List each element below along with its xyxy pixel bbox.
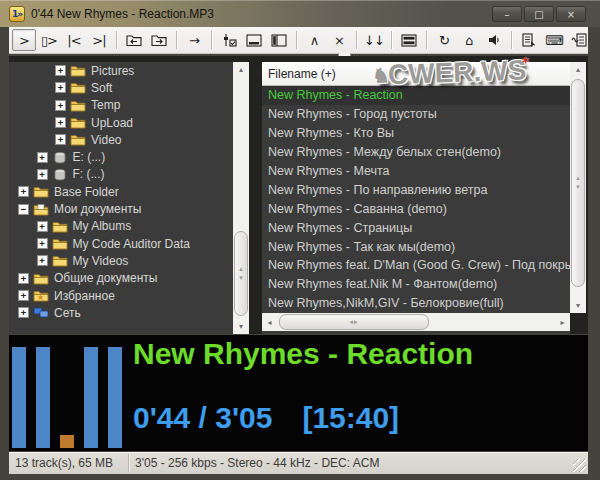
tree-scroll-up-button[interactable]: ▴ (233, 62, 249, 77)
toggle-tree-panel-button[interactable] (267, 29, 291, 51)
docs-icon (33, 203, 49, 216)
now-playing-title: New Rhymes - Reaction (133, 337, 473, 371)
tree-expander[interactable]: + (37, 152, 48, 163)
list-hscrollbar-thumb[interactable]: ◂▸ (279, 314, 429, 330)
tree-expander[interactable]: + (18, 307, 29, 318)
watermark-badge-icon: * (522, 54, 530, 70)
list-row[interactable]: New Rhymes - Саванна (demo) (262, 199, 570, 218)
tree-vertical-scrollbar[interactable]: ▴ ▴▾ ▾ (233, 62, 249, 334)
next-track-button[interactable]: >| (87, 29, 111, 51)
toggle-info-panel-button[interactable] (242, 29, 266, 51)
tree-item[interactable]: +Pictures (9, 62, 233, 79)
tree-expander[interactable]: + (37, 255, 48, 266)
list-row[interactable]: New Rhymes feat.Nik M - Фантом(demo) (262, 275, 570, 294)
tree-item[interactable]: +Temp (9, 97, 233, 114)
folder-back-button[interactable] (122, 29, 146, 51)
tree-expander[interactable]: + (18, 186, 29, 197)
tree-scrollbar-thumb[interactable]: ▴▾ (234, 231, 248, 316)
list-row[interactable]: New Rhymes - Так как мы(demo) (262, 237, 570, 256)
resize-grip[interactable] (573, 459, 586, 472)
tree-expander[interactable]: + (55, 82, 66, 93)
list-horizontal-scrollbar[interactable]: ◂ ◂▸ ▸ (262, 313, 570, 331)
folder-back-icon (126, 33, 142, 47)
tree-item[interactable]: +E: (...) (9, 148, 233, 165)
tree-item-label: Temp (91, 98, 120, 112)
continue-mode-button[interactable]: → (182, 29, 206, 51)
folder-tree: +Pictures+Soft+Temp+UpLoad+Video+E: (...… (9, 62, 233, 334)
sort-list-button[interactable]: ↓↓ (362, 29, 386, 51)
tree-item[interactable]: −Мои документы (9, 200, 233, 217)
tree-expander[interactable]: + (55, 100, 66, 111)
track-position: 0'44 / 3'05 (133, 401, 272, 434)
tree-expander[interactable]: + (37, 238, 48, 249)
folder-forward-button[interactable] (147, 29, 171, 51)
list-row[interactable]: New Rhymes - По направлению ветра (262, 180, 570, 199)
list-row[interactable]: New Rhymes - Страницы (262, 218, 570, 237)
tree-item[interactable]: +UpLoad (9, 114, 233, 131)
list-row[interactable]: New Rhymes feat. D'Man (Good G. Crew) - … (262, 256, 570, 275)
toolbar-separator (356, 31, 357, 49)
tree-expander[interactable]: − (18, 204, 29, 215)
titlebar[interactable]: 1» 0'44 New Rhymes - Reaction.MP3 – □ × (0, 0, 600, 27)
maximize-button[interactable]: □ (524, 6, 554, 22)
list-row[interactable]: New Rhymes - Между белых стен(demo) (262, 143, 570, 162)
file-info-button[interactable] (567, 29, 588, 51)
scroll-left-button[interactable]: ◂ (262, 313, 277, 331)
tree-item-label: My Videos (73, 254, 129, 268)
folder-icon (70, 64, 86, 77)
split-view-button[interactable] (397, 29, 421, 51)
tree-item[interactable]: +Сеть (9, 304, 233, 321)
folder-icon (70, 99, 86, 112)
close-file-button[interactable]: × (327, 29, 351, 51)
scroll-right-button[interactable]: ▸ (555, 313, 570, 331)
minimize-button[interactable]: – (492, 6, 522, 22)
options-button[interactable] (217, 29, 241, 51)
drive-icon (52, 168, 68, 181)
intro-play-button[interactable]: ▯> (37, 29, 61, 51)
tree-item-label: Мои документы (54, 202, 141, 216)
tree-item[interactable]: +Video (9, 131, 233, 148)
tree-item-label: Base Folder (54, 185, 119, 199)
list-scroll-up-button[interactable]: ▴ (570, 62, 586, 77)
tree-item[interactable]: +Soft (9, 79, 233, 96)
list-row[interactable]: New Rhymes,NikM,GIV - Белокровие(full) (262, 294, 570, 313)
tree-expander[interactable]: + (18, 290, 29, 301)
previous-track-button[interactable]: |< (62, 29, 86, 51)
audio-output-button[interactable] (482, 29, 506, 51)
tree-item[interactable]: +Общие документы (9, 270, 233, 287)
directory-up-button[interactable]: ∧ (302, 29, 326, 51)
playlist-button[interactable] (517, 29, 541, 51)
tree-expander[interactable]: + (37, 221, 48, 232)
tree-scroll-down-button[interactable]: ▾ (233, 319, 249, 334)
viz-bar (84, 347, 98, 448)
list-row[interactable]: New Rhymes - Кто Вы (262, 124, 570, 143)
tree-item[interactable]: +My Code Auditor Data (9, 235, 233, 252)
list-row[interactable]: New Rhymes - Мечта (262, 162, 570, 181)
close-button[interactable]: × (556, 6, 586, 22)
home-directory-button[interactable]: ⌂ (457, 29, 481, 51)
tree-item[interactable]: +★Избранное (9, 287, 233, 304)
sort-list-icon: ↓↓ (364, 33, 384, 48)
play-button[interactable]: > (12, 29, 36, 51)
tree-expander[interactable]: + (55, 134, 66, 145)
tree-expander[interactable]: + (55, 65, 66, 76)
hotkeys-button[interactable]: ⌨ (542, 29, 566, 51)
tree-expander[interactable]: + (37, 169, 48, 180)
tree-item-label: Общие документы (54, 271, 157, 285)
list-row[interactable]: New Rhymes - Город пустоты (262, 105, 570, 124)
tree-item[interactable]: +My Videos (9, 252, 233, 269)
tree-expander[interactable]: + (55, 117, 66, 128)
tree-item[interactable]: +My Albums (9, 218, 233, 235)
list-scroll-down-button[interactable]: ▾ (570, 298, 586, 313)
list-vertical-scrollbar[interactable]: ▴ ▴▾ ▾ (570, 62, 586, 313)
status-track-count: 13 track(s), 65 MB (15, 456, 113, 470)
rescan-button[interactable]: ↻ (432, 29, 456, 51)
toolbar-separator (116, 31, 117, 49)
tree-item[interactable]: +F: (...) (9, 166, 233, 183)
scroll-down-icon: ▾ (239, 322, 243, 331)
list-scrollbar-thumb[interactable]: ▴▾ (571, 79, 585, 287)
tree-expander[interactable]: + (18, 273, 29, 284)
spectrum-visualizer (12, 347, 122, 448)
tree-item[interactable]: +Base Folder (9, 183, 233, 200)
folder-icon (33, 185, 49, 198)
